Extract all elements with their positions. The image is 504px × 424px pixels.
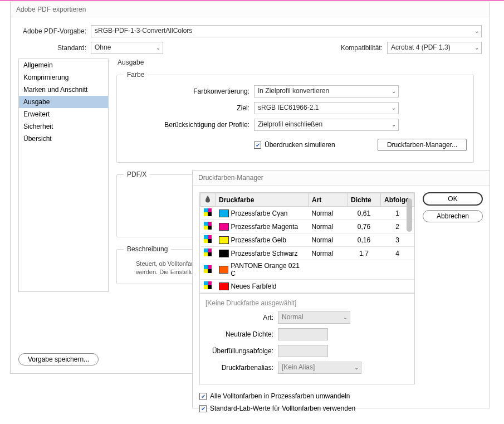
ok-button[interactable]: OK (423, 192, 483, 206)
ink-type: Normal (309, 247, 348, 260)
sidebar-item-erweitert[interactable]: Erweitert (19, 108, 108, 120)
svg-rect-22 (204, 285, 208, 289)
sidebar-item-allgemein[interactable]: Allgemein (19, 59, 108, 71)
sidebar-item-sicherheit[interactable]: Sicherheit (19, 120, 108, 133)
dialog-title: Adobe PDF exportieren (11, 2, 490, 17)
checkbox-icon (199, 405, 207, 412)
col-type[interactable]: Art (309, 193, 348, 207)
preset-select[interactable]: sRGB-PDF-1-3-ConvertAllColors ⌄ (91, 25, 482, 37)
ink-density: 0,76 (348, 220, 381, 233)
chevron-down-icon: ⌄ (343, 314, 348, 320)
type-select[interactable]: Normal⌄ (278, 311, 350, 324)
nd-input[interactable] (278, 328, 328, 340)
convert-spot-label: Alle Volltonfarben in Prozessfarben umwa… (210, 392, 350, 400)
standard-value: Ohne (95, 43, 111, 51)
profile-value: Zielprofil einschließen (258, 120, 322, 128)
save-preset-button[interactable]: Vorgabe speichern... (18, 353, 99, 365)
svg-rect-11 (208, 239, 212, 243)
svg-rect-8 (204, 235, 208, 239)
svg-rect-1 (208, 208, 212, 212)
overprint-checkbox[interactable]: Überdrucken simulieren (254, 141, 335, 149)
ink-table-container: Druckfarbe Art Dichte Abfolge Prozessfar… (199, 192, 415, 294)
sidebar-item-übersicht[interactable]: Übersicht (19, 133, 108, 145)
ink-density: 1,7 (348, 247, 381, 260)
preset-value: sRGB-PDF-1-3-ConvertAllColors (95, 27, 192, 35)
ink-name: Prozessfarbe Gelb (231, 236, 286, 244)
conv-select[interactable]: In Zielprofil konvertieren⌄ (254, 85, 399, 98)
panel-title: Ausgabe (118, 59, 475, 66)
chevron-down-icon: ⌄ (474, 28, 479, 34)
ink-row[interactable]: Prozessfarbe SchwarzNormal1,74 (200, 247, 414, 260)
guide-line (0, 0, 504, 1)
ink-manager-dialog: Druckfarben-Manager Druckfarbe Art Dicht… (192, 170, 490, 408)
alias-select[interactable]: [Kein Alias]⌄ (278, 362, 361, 374)
ink-type: Normal (309, 233, 348, 247)
color-swatch (219, 250, 229, 257)
standard-label: Standard: (18, 44, 91, 52)
ink-row[interactable]: Prozessfarbe CyanNormal0,611 (200, 207, 414, 220)
chevron-down-icon: ⌄ (392, 88, 396, 94)
ink-name: Prozessfarbe Magenta (231, 223, 299, 231)
conv-value: In Zielprofil konvertieren (258, 87, 329, 95)
col-density[interactable]: Dichte (348, 193, 381, 207)
type-value: Normal (282, 313, 304, 321)
chevron-down-icon: ⌄ (474, 45, 479, 51)
trap-input[interactable] (278, 345, 328, 357)
ink-type (309, 280, 348, 293)
profile-select[interactable]: Zielprofil einschließen⌄ (254, 119, 399, 131)
nd-label: Neutrale Dichte: (205, 330, 278, 338)
ink-density: 0,61 (348, 207, 381, 220)
compat-value: Acrobat 4 (PDF 1.3) (391, 43, 451, 51)
compat-label: Kompatibilität: (341, 44, 387, 52)
svg-rect-17 (208, 265, 212, 269)
svg-rect-5 (208, 222, 212, 226)
compat-select[interactable]: Acrobat 4 (PDF 1.3) ⌄ (387, 42, 482, 54)
col-ink[interactable]: Druckfarbe (216, 193, 309, 207)
pdfx-legend: PDF/X (124, 170, 150, 178)
cancel-button[interactable]: Abbrechen (423, 210, 483, 222)
ink-density (348, 280, 381, 293)
ink-name: Neues Farbfeld (231, 282, 277, 290)
overprint-label: Überdrucken simulieren (265, 141, 335, 149)
ink-manager-button[interactable]: Druckfarben-Manager... (378, 139, 467, 151)
ink-type: Normal (309, 207, 348, 220)
lab-values-label: Standard-Lab-Werte für Volltonfarben ver… (210, 404, 355, 412)
svg-rect-14 (204, 252, 208, 256)
svg-rect-21 (208, 281, 212, 285)
svg-rect-16 (204, 265, 208, 269)
chevron-down-icon: ⌄ (354, 364, 359, 371)
convert-spot-checkbox[interactable]: Alle Volltonfarben in Prozessfarben umwa… (199, 392, 415, 400)
lab-values-checkbox[interactable]: Standard-Lab-Werte für Volltonfarben ver… (199, 404, 415, 412)
chevron-down-icon: ⌄ (392, 121, 396, 128)
dest-label: Ziel: (124, 104, 254, 112)
checkbox-icon (254, 142, 261, 149)
ink-details-form: [Keine Druckfarbe ausgewählt] Art: Norma… (199, 293, 415, 384)
ink-name: PANTONE Orange 021 C (231, 262, 305, 277)
cmyk-icon (204, 265, 212, 273)
chevron-down-icon: ⌄ (156, 45, 160, 51)
cmyk-icon (204, 222, 212, 230)
ink-name: Prozessfarbe Schwarz (231, 250, 298, 257)
ink-dialog-title: Druckfarben-Manager (193, 170, 490, 186)
color-swatch (219, 236, 229, 244)
ink-density: 0,16 (348, 233, 381, 247)
alias-label: Druckfarbenalias: (205, 364, 278, 372)
standard-select[interactable]: Ohne ⌄ (91, 42, 163, 54)
ink-row[interactable]: PANTONE Orange 021 C (200, 260, 414, 280)
svg-rect-18 (204, 269, 208, 273)
table-scrollbar[interactable] (406, 193, 413, 293)
color-legend: Farbe (124, 71, 148, 79)
ink-row[interactable]: Neues Farbfeld (200, 280, 414, 293)
ink-row[interactable]: Prozessfarbe GelbNormal0,163 (200, 233, 414, 247)
cmyk-icon (204, 248, 212, 256)
cmyk-icon (204, 281, 212, 289)
sidebar-item-komprimierung[interactable]: Komprimierung (19, 71, 108, 84)
sidebar-item-ausgabe[interactable]: Ausgabe (19, 96, 108, 108)
svg-rect-9 (208, 235, 212, 239)
dest-select[interactable]: sRGB IEC61966-2.1⌄ (254, 102, 399, 114)
color-swatch (219, 282, 229, 290)
color-swatch (219, 223, 229, 231)
scrollbar-thumb[interactable] (407, 198, 412, 232)
sidebar-item-marken-und-anschnitt[interactable]: Marken und Anschnitt (19, 84, 108, 96)
ink-row[interactable]: Prozessfarbe MagentaNormal0,762 (200, 220, 414, 233)
